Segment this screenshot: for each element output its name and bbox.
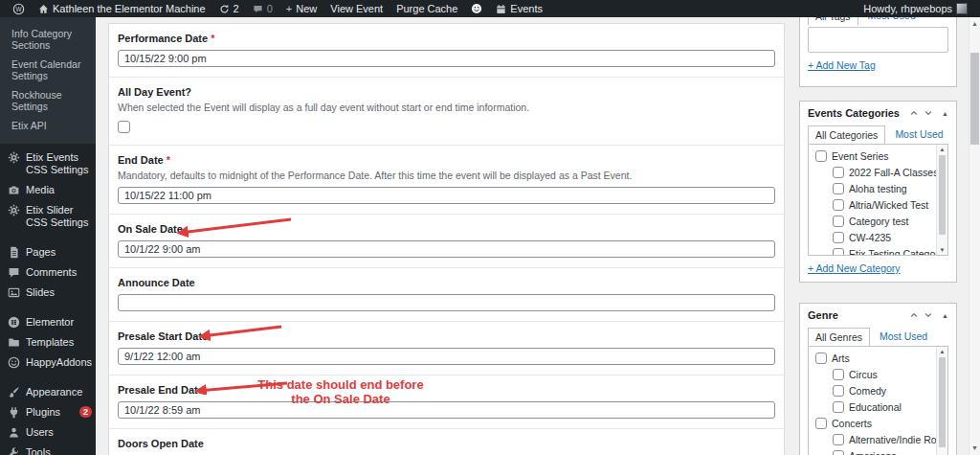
comment-bubble-icon	[253, 4, 263, 14]
category-item-category-test[interactable]: Category test	[833, 216, 932, 227]
move-down-icon[interactable]	[924, 108, 933, 118]
checkbox[interactable]	[833, 232, 844, 243]
checkbox[interactable]	[815, 150, 827, 162]
checkbox[interactable]	[833, 385, 844, 397]
site-name-link[interactable]: Kathleen the Elementor Machine	[32, 0, 212, 17]
add-new-tag-link[interactable]: + Add New Tag	[808, 59, 876, 71]
all-day-event-checkbox[interactable]	[118, 121, 130, 133]
red-note-line: the On Sale Date	[245, 392, 436, 406]
purge-cache-button[interactable]: Purge Cache	[390, 0, 464, 17]
field-label: Performance Date *	[118, 32, 775, 45]
presale-end-date-input[interactable]	[118, 401, 775, 419]
sidebar-submenu-item-event-calendar-settings[interactable]: Event Calendar Settings	[0, 55, 96, 85]
genre-item-alternative-indie-rock[interactable]: Alternative/Indie Rock	[833, 434, 932, 445]
move-up-icon[interactable]	[909, 108, 919, 118]
scroll-thumb[interactable]	[939, 357, 946, 447]
genre-item-concerts[interactable]: Concerts	[815, 418, 932, 429]
templates-icon	[7, 336, 20, 349]
tab-most-used-tags[interactable]: Most Used	[868, 17, 916, 25]
toggle-panel-icon[interactable]: ▲	[942, 110, 948, 117]
end-date-input[interactable]	[118, 187, 775, 204]
genre-item-circus[interactable]: Circus	[833, 369, 932, 380]
scroll-down-icon[interactable]: ▼	[969, 443, 980, 454]
sidebar-item-elementor[interactable]: Elementor	[0, 312, 96, 332]
view-event-button[interactable]: View Event	[323, 0, 390, 17]
category-item-event-series[interactable]: Event Series	[815, 150, 932, 162]
elementor-icon	[7, 316, 20, 329]
scroll-up-icon[interactable]: ▲	[937, 145, 947, 154]
sidebar-item-appearance[interactable]: Appearance	[0, 382, 96, 402]
sidebar-item-label: Pages	[26, 246, 92, 259]
sidebar-item-media[interactable]: Media	[0, 180, 96, 200]
checklist-label: Event Series	[832, 150, 889, 162]
checkbox[interactable]	[815, 353, 827, 364]
updates-indicator[interactable]: 2	[212, 0, 246, 17]
sidebar-submenu-item-rockhouse-settings[interactable]: Rockhouse Settings	[0, 85, 96, 116]
scroll-up-icon[interactable]: ▲	[937, 347, 947, 356]
page-scroll-thumb[interactable]	[970, 53, 979, 145]
scroll-thumb[interactable]	[939, 155, 946, 235]
genre-item-comedy[interactable]: Comedy	[833, 385, 932, 397]
tab-all-tags[interactable]: All Tags	[808, 17, 858, 26]
checkbox[interactable]	[833, 401, 844, 413]
checkbox[interactable]	[833, 369, 844, 380]
move-up-icon[interactable]	[909, 310, 919, 320]
events-label: Events	[510, 3, 543, 14]
performance-date-input[interactable]	[118, 50, 775, 67]
checkbox[interactable]	[833, 167, 844, 178]
genre-item-arts[interactable]: Arts	[815, 353, 932, 364]
page-scrollbar[interactable]: ▲ ▼	[969, 17, 980, 455]
tab-all-genres[interactable]: All Genres	[808, 328, 870, 347]
toggle-panel-icon[interactable]: ▲	[942, 312, 948, 319]
sidebar-item-etix-events-css-settings[interactable]: Etix Events CSS Settings	[0, 148, 96, 180]
new-content-button[interactable]: + New	[279, 0, 323, 17]
form-field-on-sale-date: On Sale Date	[109, 215, 784, 268]
category-item-cw-4235[interactable]: CW-4235	[833, 232, 932, 243]
sidebar-submenu-item-info-category-sections[interactable]: Info Category Sections	[0, 24, 96, 55]
presale-start-date-input[interactable]	[118, 348, 775, 365]
sidebar-item-happyaddons[interactable]: HappyAddons	[0, 353, 96, 373]
sidebar-item-pages[interactable]: Pages	[0, 242, 96, 262]
scroll-up-icon[interactable]: ▲	[969, 18, 980, 30]
happyaddons-bar-button[interactable]	[464, 0, 489, 17]
sidebar-item-templates[interactable]: Templates	[0, 332, 96, 353]
checkbox[interactable]	[833, 199, 844, 211]
sidebar-item-comments[interactable]: Comments	[0, 262, 96, 283]
wordpress-logo-icon[interactable]: W	[6, 0, 32, 17]
main-content-area: Performance Date *All Day Event?When sel…	[96, 17, 980, 455]
sidebar-item-slides[interactable]: Slides	[0, 283, 96, 303]
sidebar-submenu-item-etix-api[interactable]: Etix API	[0, 116, 96, 135]
categories-scrollbar[interactable]: ▲ ▼	[936, 145, 947, 255]
sidebar-item-tools[interactable]: Tools	[0, 443, 96, 455]
announce-date-input[interactable]	[118, 294, 775, 311]
tag-input[interactable]	[808, 27, 948, 53]
genre-item-educational[interactable]: Educational	[833, 401, 932, 413]
genre-item-americana[interactable]: Americana	[833, 450, 932, 455]
on-sale-date-input[interactable]	[118, 240, 775, 258]
checkbox[interactable]	[833, 183, 844, 194]
checkbox[interactable]	[833, 450, 844, 455]
scroll-down-icon[interactable]: ▼	[937, 245, 947, 255]
checkbox[interactable]	[833, 434, 844, 445]
checkbox[interactable]	[815, 418, 827, 429]
category-item-2022-fall-a-classes[interactable]: 2022 Fall-A Classes	[833, 167, 932, 178]
account-menu[interactable]: Howdy, rhpwebops	[860, 3, 970, 14]
comments-indicator[interactable]: 0	[246, 0, 279, 17]
tab-most-used-genres[interactable]: Most Used	[880, 330, 927, 346]
sidebar-item-plugins[interactable]: Plugins2	[0, 402, 96, 422]
move-down-icon[interactable]	[924, 310, 933, 320]
checkbox[interactable]	[833, 216, 844, 227]
admin-bar: W Kathleen the Elementor Machine 2 0 + N…	[0, 0, 980, 17]
events-bar-button[interactable]: Events	[489, 0, 549, 17]
category-item-altria-wicked-test[interactable]: Altria/Wicked Test	[833, 199, 932, 211]
sidebar-item-etix-slider-css-settings[interactable]: Etix Slider CSS Settings	[0, 200, 96, 233]
genre-scrollbar[interactable]: ▲ ▼	[936, 347, 947, 455]
checkbox[interactable]	[833, 248, 844, 256]
tab-most-used-categories[interactable]: Most Used	[895, 128, 943, 144]
category-item-aloha-testing[interactable]: Aloha testing	[833, 183, 932, 194]
sidebar-item-users[interactable]: Users	[0, 422, 96, 443]
required-asterisk: *	[208, 33, 214, 44]
add-new-category-link[interactable]: + Add New Category	[808, 262, 901, 274]
category-item-etix-testing-category[interactable]: Etix Testing Category	[833, 248, 932, 256]
tab-all-categories[interactable]: All Categories	[808, 125, 885, 145]
